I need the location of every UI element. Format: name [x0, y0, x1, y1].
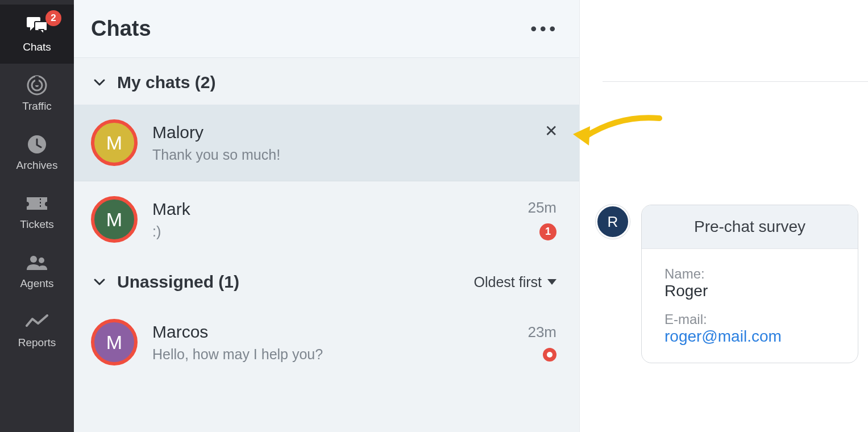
svg-point-10	[39, 257, 44, 263]
people-icon	[26, 251, 48, 274]
survey-email-label: E-mail:	[665, 311, 835, 327]
avatar: M	[91, 119, 138, 166]
chat-row-malory[interactable]: M Malory Thank you so much! ✕	[74, 105, 579, 181]
nav-badge-chats: 2	[45, 10, 61, 26]
chevron-down-icon	[93, 276, 106, 288]
chevron-down-icon	[93, 76, 106, 89]
nav-label-agents: Agents	[20, 277, 53, 290]
chat-time: 25m	[528, 199, 556, 217]
nav-label-archives: Archives	[16, 159, 58, 172]
section-title-unassigned: Unassigned (1)	[117, 272, 239, 292]
chat-name: Malory	[152, 123, 556, 142]
chat-list-title: Chats	[91, 16, 151, 41]
survey-avatar: R	[596, 205, 630, 239]
svg-marker-3	[39, 30, 44, 34]
survey-email-value[interactable]: roger@mail.com	[665, 327, 835, 346]
nav-label-tickets: Tickets	[20, 218, 53, 231]
trend-line-icon	[26, 310, 48, 333]
nav-label-chats: Chats	[23, 41, 51, 53]
section-title-mychats: My chats (2)	[117, 73, 215, 92]
survey-name-value: Roger	[665, 282, 835, 300]
pre-chat-survey-card: Pre-chat survey Name: Roger E-mail: roge…	[641, 205, 858, 363]
section-header-mychats[interactable]: My chats (2)	[74, 58, 579, 105]
sort-order-dropdown[interactable]: Oldest first	[474, 274, 556, 290]
survey-name-label: Name:	[665, 266, 835, 282]
chat-row-marcos[interactable]: M Marcos Hello, how may I help you? 23m	[74, 304, 579, 380]
chat-name: Mark	[152, 200, 513, 219]
nav-label-reports: Reports	[18, 337, 56, 349]
radar-icon	[26, 74, 48, 97]
close-chat-button[interactable]: ✕	[545, 122, 558, 140]
chat-preview: Hello, how may I help you?	[152, 346, 513, 363]
nav-item-archives[interactable]: Archives	[0, 123, 74, 182]
chat-name: Marcos	[152, 322, 513, 342]
nav-item-tickets[interactable]: Tickets	[0, 182, 74, 241]
chat-time: 23m	[528, 323, 556, 341]
unread-badge: 1	[539, 223, 556, 240]
nav-item-reports[interactable]: Reports	[0, 300, 74, 359]
chat-preview: :)	[152, 223, 513, 240]
sidebar-nav: Chats 2 Traffic Archives	[0, 0, 74, 432]
triangle-down-icon	[547, 279, 556, 285]
chat-preview: Thank you so much!	[152, 147, 556, 163]
section-header-unassigned[interactable]: Unassigned (1) Oldest first	[74, 257, 579, 304]
survey-title: Pre-chat survey	[642, 205, 858, 249]
chat-bubbles-icon	[26, 15, 48, 38]
clock-icon	[26, 133, 48, 156]
nav-item-agents[interactable]: Agents	[0, 241, 74, 300]
chat-list-panel: Chats ••• My chats (2) M Malory Thank yo…	[74, 0, 580, 432]
annotation-arrow-icon	[568, 111, 671, 157]
svg-point-9	[30, 256, 37, 263]
status-dot	[543, 348, 556, 362]
nav-item-traffic[interactable]: Traffic	[0, 64, 74, 123]
nav-label-traffic: Traffic	[22, 100, 52, 113]
chat-list-header: Chats •••	[74, 0, 579, 58]
conversation-panel: R Pre-chat survey Name: Roger E-mail: ro…	[580, 0, 868, 432]
chat-row-mark[interactable]: M Mark :) 25m 1	[74, 181, 579, 257]
avatar: M	[91, 319, 138, 365]
divider	[603, 81, 868, 82]
svg-marker-1	[30, 26, 35, 31]
nav-item-chats[interactable]: Chats 2	[0, 5, 74, 64]
avatar: M	[91, 196, 138, 243]
ticket-icon	[26, 192, 48, 215]
more-menu-button[interactable]: •••	[530, 19, 559, 39]
